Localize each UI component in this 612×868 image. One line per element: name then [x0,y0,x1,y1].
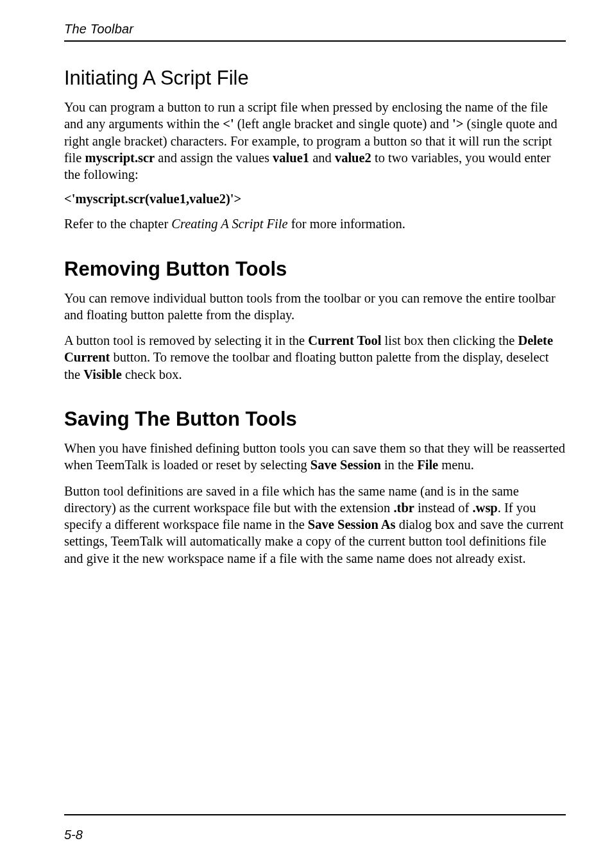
text: check box. [122,367,182,381]
text: (left angle bracket and single quote) an… [234,117,452,131]
bold-text: .wsp [472,501,497,515]
bold-text: <' [223,117,234,131]
bold-text: Current Tool [308,333,381,347]
section-gap [64,242,566,257]
content-area: Initiating A Script File You can program… [64,66,566,567]
para-s3-1: When you have finished defining button t… [64,440,566,473]
heading-saving-button-tools: Saving The Button Tools [64,407,566,431]
text: Refer to the chapter [64,217,171,231]
text: and assign the values [155,151,273,165]
text: A button tool is removed by selecting it… [64,333,308,347]
para-s1-2: Refer to the chapter Creating A Script F… [64,215,566,232]
para-s1-1: You can program a button to run a script… [64,99,566,183]
text: in the [381,458,417,472]
bold-text: .tbr [393,501,414,515]
italic-text: Creating A Script File [171,217,287,231]
text: menu. [438,458,474,472]
bold-text: File [417,458,438,472]
header-rule [64,40,566,42]
running-header: The Toolbar [64,22,566,37]
text: instead of [414,501,473,515]
para-s3-2: Button tool definitions are saved in a f… [64,483,566,567]
section-gap [64,392,566,407]
bold-text: '> [452,117,463,131]
bold-text: value2 [335,151,371,165]
bold-text: value1 [273,151,309,165]
page-number: 5-8 [64,828,83,842]
bold-text: Visible [83,367,122,381]
bold-text: myscript.scr [85,151,155,165]
para-s2-1: You can remove individual button tools f… [64,290,566,323]
bold-text: Save Session [310,458,381,472]
code-example: <'myscript.scr(value1,value2)'> [64,192,566,206]
text: and [309,151,335,165]
page: The Toolbar Initiating A Script File You… [0,0,612,868]
text: list box then clicking the [381,333,518,347]
para-s2-2: A button tool is removed by selecting it… [64,332,566,383]
text: for more information. [288,217,405,231]
heading-initiating-script: Initiating A Script File [64,66,566,90]
footer-rule [64,814,566,815]
bold-text: Save Session As [308,517,396,531]
heading-removing-button-tools: Removing Button Tools [64,257,566,281]
